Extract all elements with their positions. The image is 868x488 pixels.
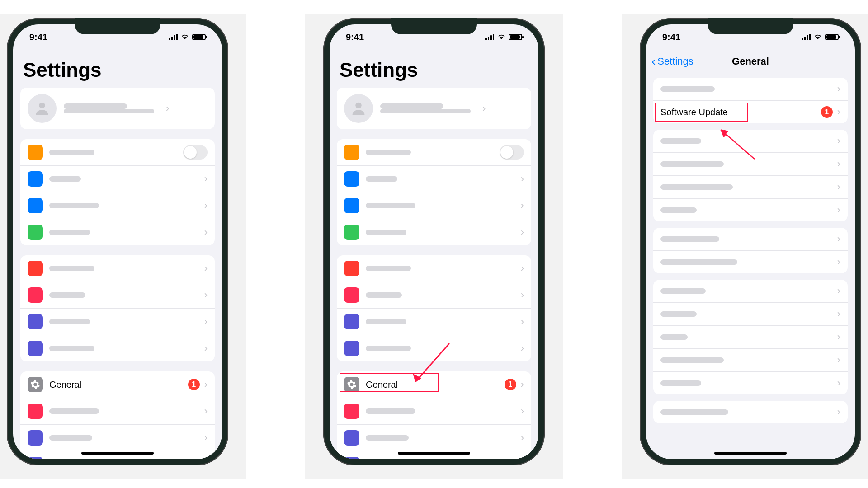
chevron-right-icon: › [837,204,840,216]
airplane-mode-row[interactable] [337,139,531,166]
nav-header: ‹ Settings General [646,50,855,73]
airplay-row[interactable]: › [653,153,848,176]
settings-group-1: › › › [337,139,531,245]
home-indicator[interactable] [81,452,154,455]
airplane-mode-row[interactable] [20,139,215,166]
step-2-container: 9:41 Settings [305,14,563,479]
page-title: Settings [337,50,531,88]
chevron-right-icon: › [204,432,208,444]
chevron-right-icon: › [482,103,486,114]
apple-id-card[interactable]: › [337,88,531,129]
display-row[interactable]: › [20,425,215,451]
page-title: Settings [20,50,215,88]
chevron-right-icon: › [521,200,524,211]
airplane-mode-icon [28,145,43,160]
status-indicators [169,33,206,41]
carplay-row[interactable]: › [653,199,848,221]
wifi-row[interactable]: › [20,166,215,192]
fonts-row[interactable]: › [653,326,848,349]
cellular-signal-icon [485,34,494,40]
cellular-row[interactable]: › [337,219,531,245]
screentime-icon [28,341,43,356]
device-notch [75,18,160,34]
wifi-icon [180,33,189,41]
apple-id-card[interactable]: › [20,88,215,129]
chevron-right-icon: › [204,379,208,390]
chevron-right-icon: › [837,181,840,193]
vpn-row[interactable]: › [653,401,848,423]
notification-badge: 1 [188,379,200,390]
date-time-row[interactable]: › [653,280,848,303]
chevron-right-icon: › [166,103,169,114]
settings-group-2: › › › › [20,255,215,361]
home-screen-icon [344,457,359,459]
cellular-icon [344,225,359,240]
chevron-right-icon: › [837,158,840,170]
home-indicator[interactable] [398,452,470,455]
device-screen: 9:41 ‹ Settings General › [646,24,855,459]
iphone-device-frame: 9:41 Settings [7,18,228,465]
airplane-mode-toggle[interactable] [183,145,208,160]
bluetooth-row[interactable]: › [20,192,215,219]
notification-badge: 1 [505,379,516,390]
wifi-row[interactable]: › [337,166,531,192]
chevron-right-icon: › [837,354,840,366]
sounds-row[interactable]: › [20,282,215,309]
software-update-row[interactable]: Software Update 1 › [653,101,848,123]
general-group-4: › › › › › [653,280,848,394]
bluetooth-icon [28,198,43,213]
apple-id-name-placeholder [64,103,154,113]
keyboard-row[interactable]: › [653,303,848,326]
nav-title: General [646,56,855,67]
airdrop-row[interactable]: › [653,130,848,153]
focus-row[interactable]: › [20,309,215,335]
apple-id-name-placeholder [380,103,471,113]
avatar-icon [344,94,373,123]
chevron-right-icon: › [837,285,840,297]
control-center-row[interactable]: › [337,398,531,425]
general-row[interactable]: General 1 › [20,371,215,398]
chevron-right-icon: › [521,289,524,301]
screentime-icon [344,341,359,356]
chevron-right-icon: › [204,173,208,185]
display-row[interactable]: › [337,425,531,451]
focus-icon [344,314,359,329]
chevron-right-icon: › [521,263,524,274]
storage-row[interactable]: › [653,228,848,251]
control-center-row[interactable]: › [20,398,215,425]
notifications-row[interactable]: › [20,255,215,282]
chevron-right-icon: › [521,173,524,185]
pip-row[interactable]: › [653,176,848,199]
sounds-icon [344,287,359,303]
general-row[interactable]: General 1 › [337,371,531,398]
about-row[interactable]: › [653,78,848,101]
screentime-row[interactable]: › [337,335,531,361]
gear-icon [28,377,43,392]
home-indicator[interactable] [714,452,787,455]
chevron-right-icon: › [521,316,524,328]
chevron-right-icon: › [204,263,208,274]
status-indicators [485,33,522,41]
cellular-row[interactable]: › [20,219,215,245]
wifi-settings-icon [344,171,359,187]
sounds-icon [28,287,43,303]
chevron-right-icon: › [837,233,840,245]
screentime-row[interactable]: › [20,335,215,361]
focus-row[interactable]: › [337,309,531,335]
general-label: General [49,380,188,390]
battery-icon [192,34,206,40]
language-row[interactable]: › [653,349,848,372]
bluetooth-row[interactable]: › [337,192,531,219]
focus-icon [28,314,43,329]
sounds-row[interactable]: › [337,282,531,309]
cellular-signal-icon [169,34,178,40]
wifi-icon [813,33,822,41]
iphone-device-frame: 9:41 Settings [323,18,545,465]
chevron-right-icon: › [521,379,524,390]
svg-point-0 [39,103,45,108]
notifications-row[interactable]: › [337,255,531,282]
airplane-mode-toggle[interactable] [500,145,524,160]
dictionary-row[interactable]: › [653,372,848,394]
chevron-right-icon: › [837,406,840,418]
bg-refresh-row[interactable]: › [653,251,848,273]
